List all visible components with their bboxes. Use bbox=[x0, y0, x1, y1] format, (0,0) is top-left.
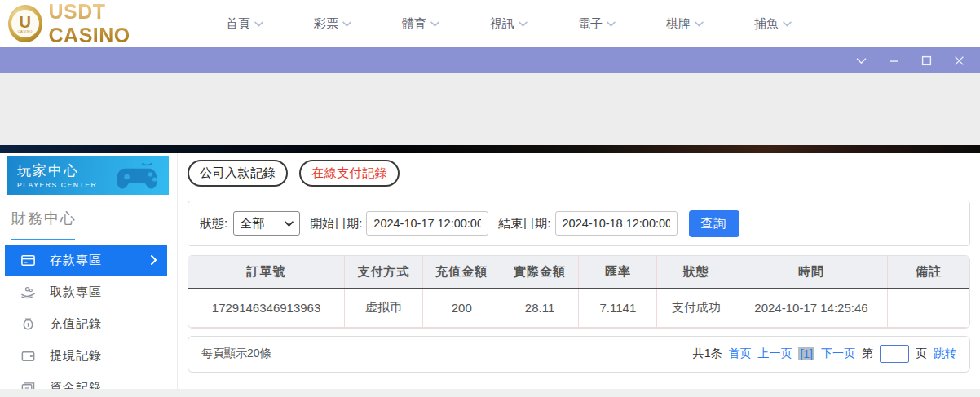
chevron-down-icon bbox=[783, 21, 792, 27]
sidebar-item-label: 資金記錄 bbox=[50, 380, 102, 389]
records-table-box: 訂單號支付方式充值金額實際金額匯率狀態時間備註 1729146346913963… bbox=[188, 255, 970, 329]
fund-record-icon bbox=[20, 380, 36, 389]
logo-coin-icon: U CASINO bbox=[8, 5, 42, 42]
query-button[interactable]: 查詢 bbox=[689, 210, 739, 237]
next-page-link[interactable]: 下一页 bbox=[821, 346, 855, 361]
sidebar-item-withdrawal-record[interactable]: 提現記錄 bbox=[0, 340, 177, 372]
sidebar-item-fund-record[interactable]: 資金記錄 bbox=[0, 372, 177, 389]
nav-item[interactable]: 捕魚 bbox=[754, 16, 792, 32]
tab-online-payment-records[interactable]: 在線支付記錄 bbox=[299, 160, 400, 187]
top-navbar: U CASINO USDT CASINO 首頁 彩票 體育 視訊 電子 bbox=[0, 0, 980, 47]
nav-item[interactable]: 棋牌 bbox=[666, 16, 704, 32]
gamepad-icon bbox=[113, 159, 164, 195]
sidebar-item-label: 充值記錄 bbox=[50, 316, 102, 332]
sidebar: 玩家中心 PLAYERS CENTER 財務中心 存款專區 取款專區 bbox=[0, 153, 178, 389]
table-cell: 2024-10-17 14:25:46 bbox=[735, 289, 888, 327]
brand-logo[interactable]: U CASINO USDT CASINO bbox=[8, 0, 179, 47]
table-header-row: 訂單號支付方式充值金額實際金額匯率狀態時間備註 bbox=[188, 256, 969, 289]
sidebar-item-label: 取款專區 bbox=[50, 285, 102, 300]
nav-item[interactable]: 體育 bbox=[402, 16, 439, 32]
nav-item-label: 棋牌 bbox=[666, 16, 691, 32]
chevron-down-icon bbox=[519, 21, 528, 27]
nav-menu: 首頁 彩票 體育 視訊 電子 棋牌 捕魚 bbox=[226, 16, 792, 32]
jump-suffix-label: 页 bbox=[916, 346, 927, 361]
table-cell bbox=[887, 289, 969, 327]
nav-item-label: 彩票 bbox=[314, 16, 338, 32]
nav-item-label: 首頁 bbox=[226, 16, 250, 32]
table-header-cell: 狀態 bbox=[657, 256, 735, 289]
table-header-cell: 時間 bbox=[735, 256, 888, 289]
table-cell: 虚拟币 bbox=[345, 289, 423, 327]
finance-underline bbox=[11, 239, 75, 240]
records-table: 訂單號支付方式充值金額實際金額匯率狀態時間備註 1729146346913963… bbox=[188, 256, 969, 328]
sidebar-item-recharge-bag[interactable]: 充值記錄 bbox=[0, 308, 177, 340]
players-center-header: 玩家中心 PLAYERS CENTER bbox=[7, 156, 169, 195]
dark-banner-strip bbox=[0, 145, 980, 153]
start-date-label: 開始日期: bbox=[310, 216, 362, 232]
nav-item[interactable]: 彩票 bbox=[314, 16, 351, 32]
table-header-cell: 支付方式 bbox=[345, 256, 423, 289]
table-cell: 200 bbox=[422, 289, 501, 327]
status-select-value: 全部 bbox=[240, 216, 264, 232]
status-label: 狀態: bbox=[200, 216, 227, 232]
withdraw-hand-icon bbox=[20, 285, 36, 300]
page-jump-input[interactable] bbox=[880, 345, 909, 363]
nav-item-label: 捕魚 bbox=[754, 16, 779, 32]
chevron-down-icon bbox=[342, 21, 351, 27]
nav-item[interactable]: 電子 bbox=[578, 16, 616, 32]
chevron-down-icon bbox=[430, 21, 439, 27]
sidebar-item-label: 提現記錄 bbox=[50, 348, 102, 364]
close-icon[interactable] bbox=[952, 54, 965, 67]
table-header-cell: 訂單號 bbox=[188, 256, 345, 289]
sidebar-menu: 存款專區 取款專區 充值記錄 提現記錄 bbox=[0, 245, 177, 389]
table-cell: 28.11 bbox=[501, 289, 579, 327]
deposit-card-icon bbox=[20, 253, 36, 268]
window-titlebar bbox=[0, 47, 980, 73]
maximize-icon[interactable] bbox=[920, 54, 933, 67]
finance-section: 財務中心 bbox=[0, 195, 177, 240]
brand-name: USDT CASINO bbox=[49, 0, 179, 47]
minimize-icon[interactable] bbox=[887, 54, 900, 67]
table-header-cell: 匯率 bbox=[579, 256, 657, 289]
first-page-link[interactable]: 首页 bbox=[728, 346, 751, 361]
chevron-down-icon bbox=[285, 221, 294, 227]
sidebar-item-deposit-card[interactable]: 存款專區 bbox=[5, 245, 167, 276]
finance-center-title: 財務中心 bbox=[11, 209, 177, 228]
table-cell: 7.1141 bbox=[579, 289, 657, 327]
chevron-right-icon bbox=[151, 255, 157, 265]
logo-small-text: CASINO bbox=[18, 29, 33, 33]
withdrawal-record-icon bbox=[20, 348, 36, 364]
bottom-gray-strip bbox=[0, 389, 980, 397]
page-size-text: 每頁顯示20條 bbox=[201, 346, 271, 361]
pagination-bar: 每頁顯示20條 共1条 首页 上一页 [1] 下一页 第 页 跳转 bbox=[188, 336, 970, 373]
table-header-cell: 備註 bbox=[887, 256, 969, 289]
table-header-cell: 充值金額 bbox=[422, 256, 501, 289]
end-date-label: 結束日期: bbox=[498, 216, 550, 232]
total-count-text: 共1条 bbox=[693, 346, 722, 361]
tab-company-deposit-records[interactable]: 公司入款記錄 bbox=[188, 160, 288, 187]
filter-bar: 狀態: 全部 開始日期: 結束日期: 查詢 bbox=[188, 201, 970, 246]
chevron-down-icon bbox=[254, 21, 263, 27]
sidebar-item-withdraw-hand[interactable]: 取款專區 bbox=[0, 276, 177, 308]
table-header-cell: 實際金額 bbox=[501, 256, 579, 289]
blank-gray-area bbox=[0, 73, 980, 145]
table-cell: 支付成功 bbox=[657, 289, 735, 327]
chevron-down-icon bbox=[607, 21, 616, 27]
record-tabs: 公司入款記錄 在線支付記錄 bbox=[188, 160, 970, 187]
jump-button[interactable]: 跳转 bbox=[934, 346, 956, 361]
nav-item[interactable]: 首頁 bbox=[226, 16, 263, 32]
prev-page-link[interactable]: 上一页 bbox=[757, 346, 792, 361]
nav-item-label: 視訊 bbox=[490, 16, 514, 32]
status-select[interactable]: 全部 bbox=[233, 211, 300, 236]
chevron-down-icon bbox=[695, 21, 704, 27]
chevron-down-icon[interactable] bbox=[854, 54, 867, 67]
content-panel: 公司入款記錄 在線支付記錄 狀態: 全部 開始日期: 結束日期: 查詢 bbox=[188, 160, 970, 373]
start-date-input[interactable] bbox=[366, 211, 488, 236]
nav-item[interactable]: 視訊 bbox=[490, 16, 528, 32]
end-date-input[interactable] bbox=[555, 211, 678, 236]
current-page-indicator: [1] bbox=[798, 347, 814, 360]
table-cell: 1729146346913963 bbox=[188, 289, 345, 327]
sidebar-item-label: 存款專區 bbox=[50, 253, 102, 268]
nav-item-label: 體育 bbox=[402, 16, 426, 32]
logo-letter: U bbox=[20, 15, 31, 29]
